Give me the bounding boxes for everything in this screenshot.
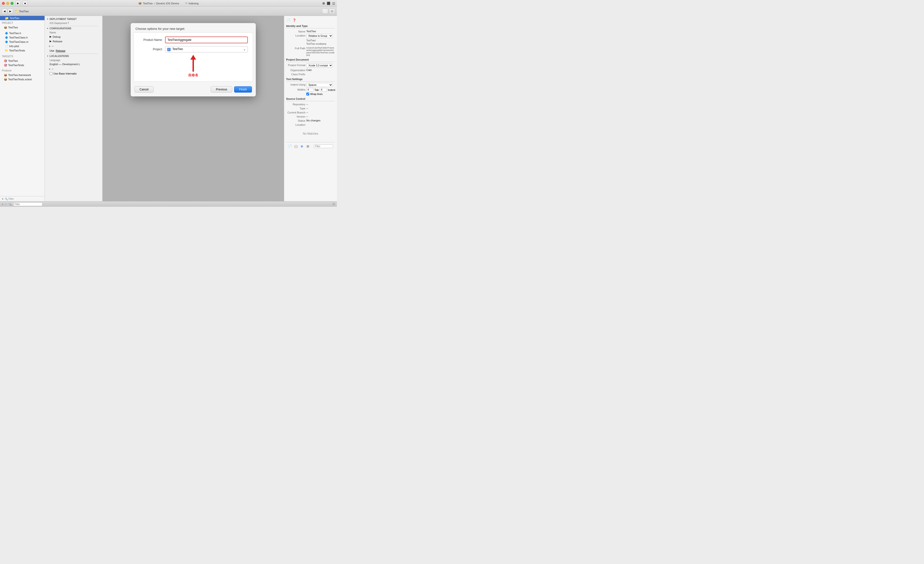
quick-help-icon[interactable]: ❓ [292,18,297,22]
filter-input[interactable] [14,202,42,206]
version-value: -- [306,115,335,118]
config-add-button[interactable]: + [49,45,51,48]
location-row: Location Relative to Group Absolute Path [286,34,335,38]
arrow-up-shape [190,55,196,60]
sidebar-filter[interactable]: 🔍 Filter [5,197,14,200]
sidebar-footer: + 🔍 Filter [0,196,45,201]
grid-icon-bottom[interactable]: ⊞ [306,144,310,148]
file-testtwo-h[interactable]: 🔷 TestTwo.h [2,31,43,35]
class-prefix-label: Class Prefix [286,73,305,76]
info-button[interactable]: ⓘ [329,9,335,14]
add-button-sidebar[interactable]: + [2,197,3,200]
nav-icon[interactable]: ⬛ [327,1,330,5]
config-arrow-release: ▶ [50,40,51,43]
file-inspector-icon[interactable]: 📄 [286,18,291,22]
file-testtwoclassh[interactable]: 🔷 TestTwoClass.h [2,35,43,40]
project-select[interactable]: P TestTwo ⌄ [165,46,248,52]
wrap-lines-checkbox[interactable] [306,93,309,96]
product-framework[interactable]: 📦 TestTwo.framework [0,73,45,77]
file-view-button[interactable]: 📄 [322,9,328,14]
location-select[interactable]: Relative to Group Absolute Path [306,34,333,38]
org-label: Organization [286,69,305,72]
xctest-icon: 📦 [4,78,7,81]
base-internat-row[interactable]: Use Base Internatio [46,72,100,75]
progress-text: ⟳ [185,1,188,5]
product-name-row: Product Name: [139,37,248,43]
previous-button[interactable]: Previous [211,86,232,93]
indexing-text: Indexing [189,2,199,5]
locale-add-button[interactable]: + [49,67,51,71]
locale-remove-button[interactable]: − [51,67,53,71]
sidebar-item-testtwo-project[interactable]: 📦 TestTwo [0,25,45,30]
location2-label: Location [286,123,305,126]
localizations-header: ▼ Localizations [46,55,100,57]
path-display: TestTwo/ TestTwo.xcodeproj [286,39,335,46]
use-release-row: Use Release [46,49,100,52]
minimize-button[interactable] [6,2,9,5]
target-testtwotests[interactable]: 🎯 TestTwoTests [0,63,45,67]
configurations-header: ▼ Configurations [46,27,100,30]
tab-width-input[interactable] [306,88,314,91]
file-infoplist[interactable]: 📄 Info.plist [2,44,43,48]
file-icon-classh: 🔷 [5,36,8,39]
code-icon-bottom[interactable]: { } [294,144,298,148]
release-btn[interactable]: Release [56,49,66,52]
config-arrow-debug: ▶ [50,35,51,38]
finish-button[interactable]: Finish [234,86,252,93]
statusbar-right: ⓘ [333,202,335,206]
sep1 [49,26,98,26]
forward-button[interactable]: ▶ [8,9,13,14]
deployment-arrow[interactable]: ▼ [46,18,49,20]
maximize-button[interactable] [10,2,14,5]
layout-icon[interactable]: ⊞ [322,1,325,5]
status-row: Status No changes [286,119,335,122]
target-testtwo[interactable]: 🎯 TestTwo [0,59,45,63]
sidebar-section-project: PROJECT [0,21,45,25]
hide-icon[interactable]: ◫ [332,1,335,5]
select-chevron: ⌄ [243,48,246,51]
english-row[interactable]: English — Development L [46,62,100,66]
sep2 [49,54,98,54]
config-release[interactable]: ▶ Release [46,39,100,43]
add-file-button[interactable]: + [2,203,3,205]
run-button[interactable]: ▶ [15,1,21,6]
file-testtwotests[interactable]: 📁 TestTwoTests [2,48,43,52]
full-path-row: Full Path /Users/Cain/MyFolder/Framework… [286,46,335,56]
product-name-input[interactable] [165,37,248,43]
indent-using-select[interactable]: Spaces Tabs [306,83,333,87]
project-icon: 📁 [15,10,18,13]
file-icon-bottom[interactable]: 📄 [288,144,292,148]
stop-button[interactable]: ■ [22,1,27,6]
location-label: Location [286,34,305,37]
window-title: TestTwo [143,2,153,5]
cancel-button[interactable]: Cancel [135,86,153,93]
product-xctest[interactable]: 📦 TestTwoTests.xctest [0,77,45,81]
indent-width-input[interactable] [320,88,327,91]
file-icon-classm: 🔷 [5,40,8,43]
configs-arrow[interactable]: ▼ [46,27,49,30]
back-button[interactable]: ◀ [2,9,7,14]
localizations-arrow[interactable]: ▼ [46,55,49,57]
project-format-select[interactable]: Xcode 3.2-compatible Xcode 6.3-compatibl… [306,63,333,67]
tab-label: Tab [315,88,319,91]
config-debug[interactable]: ▶ Debug [46,34,100,39]
sc-type-value: -- [306,107,335,110]
config-remove-button[interactable]: − [51,45,53,48]
locale-plus-minus: + − [46,66,100,72]
sidebar-project-testtwo[interactable]: 📁 TestTwo [0,16,45,20]
class-prefix-row: Class Prefix [286,73,335,76]
sc-type-label: Type [286,107,305,110]
titlebar-right: ⊞ ⬛ ◫ [322,1,335,5]
widths-inputs: Tab Indent [306,88,335,91]
base-internat-checkbox[interactable] [50,72,52,75]
no-matches-text: No Matches [286,127,335,140]
tests-icon: 🎯 [4,64,7,67]
text-settings-title: Text Settings [286,78,335,81]
settings-filter-input[interactable] [314,145,333,148]
file-testtwoclassm[interactable]: 🔷 TestTwoClass.m [2,40,43,44]
circle-icon-bottom[interactable]: ⊕ [300,144,304,148]
minus-button[interactable]: − [5,203,7,205]
middle-panel: ▼ Deployment Target iOS Deployment T ▼ C… [45,16,102,201]
close-button[interactable] [2,2,5,5]
use-label: Use [50,49,54,52]
